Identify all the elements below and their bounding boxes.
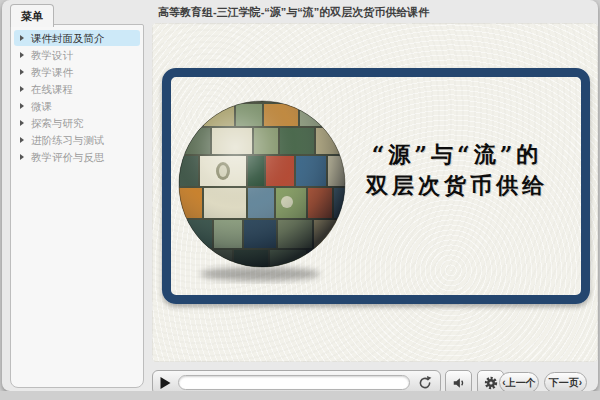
triangle-bullet-icon [20, 137, 24, 143]
slide-title-line1: “源”与“流”的 [327, 139, 587, 170]
app-window: 菜单 课件封面及简介 教学设计 教学课件 在线课程 [2, 0, 598, 391]
volume-icon [452, 376, 466, 390]
page-title: 高等教育组-三江学院-“源”与“流”的双层次货币供给课件 [158, 5, 429, 20]
gear-icon [483, 375, 499, 391]
sidebar-item-cover[interactable]: 课件封面及简介 [14, 30, 140, 46]
sidebar-item-label: 探索与研究 [31, 117, 84, 129]
tab-menu[interactable]: 菜单 [10, 4, 54, 27]
triangle-bullet-icon [20, 69, 24, 75]
triangle-bullet-icon [20, 120, 24, 126]
play-icon [160, 377, 171, 389]
triangle-bullet-icon [20, 86, 24, 92]
sidebar-item-courseware[interactable]: 教学课件 [14, 64, 140, 80]
sidebar-item-evaluation[interactable]: 教学评价与反思 [14, 149, 140, 165]
replay-button[interactable] [417, 375, 433, 391]
progress-bar[interactable] [178, 375, 410, 390]
sidebar-item-micro-lesson[interactable]: 微课 [14, 98, 140, 114]
triangle-bullet-icon [20, 103, 24, 109]
main-header: 高等教育组-三江学院-“源”与“流”的双层次货币供给课件 [152, 0, 598, 23]
replay-icon [417, 375, 433, 391]
next-page-button[interactable]: 下一页› [544, 372, 587, 393]
slide-title-line2: 双层次货币供给 [327, 170, 587, 201]
sidebar-menu: 课件封面及简介 教学设计 教学课件 在线课程 微课 [11, 25, 143, 171]
slide-stage: “源”与“流”的 双层次货币供给 [152, 23, 598, 362]
prev-page-button[interactable]: ‹上一个 [499, 372, 539, 393]
sidebar-item-label: 教学评价与反思 [31, 151, 105, 163]
slide-title: “源”与“流”的 双层次货币供给 [327, 139, 587, 201]
sidebar-item-label: 在线课程 [31, 83, 73, 95]
sidebar-item-label: 教学课件 [31, 66, 73, 78]
sidebar: 课件封面及简介 教学设计 教学课件 在线课程 微课 [10, 24, 144, 388]
play-button[interactable] [160, 377, 171, 389]
sidebar-item-practice-test[interactable]: 进阶练习与测试 [14, 132, 140, 148]
triangle-bullet-icon [20, 154, 24, 160]
triangle-bullet-icon [20, 35, 24, 41]
sidebar-item-exploration[interactable]: 探索与研究 [14, 115, 140, 131]
sidebar-item-teaching-design[interactable]: 教学设计 [14, 47, 140, 63]
triangle-bullet-icon [20, 52, 24, 58]
sidebar-item-label: 教学设计 [31, 49, 73, 61]
sidebar-item-online-course[interactable]: 在线课程 [14, 81, 140, 97]
currency-globe-image [174, 98, 350, 284]
sidebar-item-label: 微课 [31, 100, 52, 112]
page-background-strip [0, 391, 600, 400]
courseware-app: 菜单 课件封面及简介 教学设计 教学课件 在线课程 [0, 0, 600, 400]
sidebar-item-label: 进阶练习与测试 [31, 134, 105, 146]
sidebar-item-label: 课件封面及简介 [31, 32, 105, 44]
